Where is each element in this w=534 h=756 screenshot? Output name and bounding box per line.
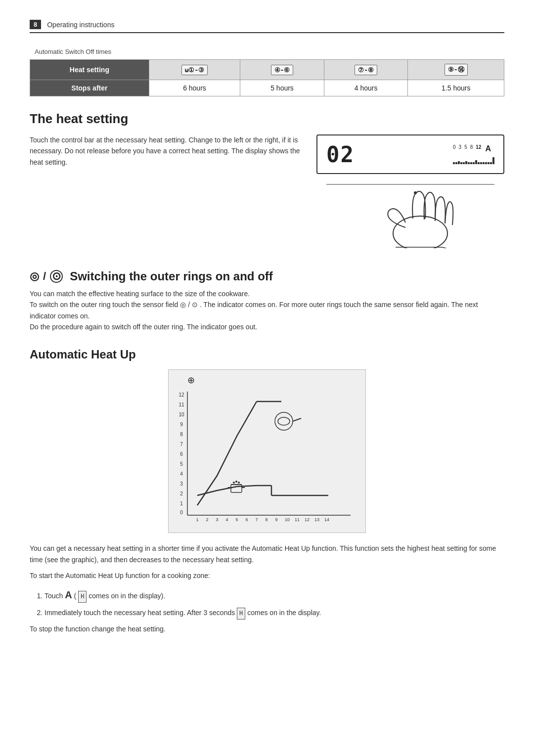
col1-header: Heat setting xyxy=(30,60,149,80)
display-digits: 02 xyxy=(326,142,355,167)
auto-heat-list-item-2: Immediately touch the necessary heat set… xyxy=(44,607,504,620)
svg-text:5: 5 xyxy=(235,517,238,522)
col4-value: 4 hours xyxy=(324,80,408,96)
h-box-2: H xyxy=(237,608,245,620)
col5-value: 1.5 hours xyxy=(408,80,504,96)
display-box: 02 035812 A xyxy=(316,134,504,174)
col4-header: ⑦-⑧ xyxy=(324,60,408,80)
svg-point-43 xyxy=(238,482,240,484)
chart-wrapper: ⊕ 12 11 10 9 8 7 6 5 4 3 2 1 0 xyxy=(30,369,504,533)
ring-body-3: Do the procedure again to switch off the… xyxy=(30,321,504,332)
svg-text:6: 6 xyxy=(245,517,248,522)
svg-text:8: 8 xyxy=(265,517,267,522)
svg-line-36 xyxy=(293,418,301,421)
ring-icon-left: ◎ xyxy=(30,270,39,283)
auto-heat-section: Automatic Heat Up ⊕ 12 11 10 9 8 7 6 5 4… xyxy=(30,348,504,635)
h-box-1: H xyxy=(78,591,87,603)
svg-text:9: 9 xyxy=(180,422,183,427)
svg-text:5: 5 xyxy=(180,461,183,467)
svg-text:4: 4 xyxy=(180,471,183,477)
col2-header: ω①-③ xyxy=(149,60,240,80)
svg-point-42 xyxy=(235,481,237,483)
heat-setting-title: The heat setting xyxy=(30,111,504,127)
svg-point-1 xyxy=(393,216,447,248)
auto-heat-title: Automatic Heat Up xyxy=(30,348,504,361)
col5-header: ⑨-⑭ xyxy=(408,60,504,80)
svg-rect-37 xyxy=(231,485,242,492)
page-number: 8 xyxy=(30,20,41,29)
svg-text:12: 12 xyxy=(305,517,310,522)
auto-heat-list-intro: To start the Automatic Heat Up function … xyxy=(30,570,504,582)
svg-text:9: 9 xyxy=(275,517,277,522)
touch-a-label: A xyxy=(65,589,72,600)
row-label: Stops after xyxy=(30,80,149,96)
svg-point-35 xyxy=(278,417,290,425)
heat-table: Heat setting ω①-③ ④-⑥ ⑦-⑧ ⑨-⑭ Stops afte… xyxy=(30,59,504,96)
svg-text:3: 3 xyxy=(180,481,183,487)
svg-text:4: 4 xyxy=(225,517,228,522)
page-header-title: Operating instructions xyxy=(47,21,114,29)
svg-text:2: 2 xyxy=(206,517,208,522)
ring-slash: / xyxy=(43,270,46,283)
scale-bar xyxy=(453,155,494,164)
svg-text:14: 14 xyxy=(324,517,329,522)
svg-point-41 xyxy=(233,482,235,484)
ring-body-2: To switch on the outer ring touch the se… xyxy=(30,299,504,321)
scale-numbers: 035812 A xyxy=(453,144,491,153)
svg-text:10: 10 xyxy=(285,517,290,522)
svg-text:2: 2 xyxy=(180,491,183,496)
auto-switch-label: Automatic Switch Off times xyxy=(35,48,504,55)
ring-icon-right: ⊙ xyxy=(50,270,63,283)
auto-heat-list-item-1: Touch A ( H comes on in the display). xyxy=(44,586,504,604)
col3-header: ④-⑥ xyxy=(240,60,324,80)
svg-text:12: 12 xyxy=(178,392,184,398)
ring-title: ◎ / ⊙ Switching the outer rings on and o… xyxy=(30,269,504,283)
svg-text:7: 7 xyxy=(255,517,258,522)
svg-text:1: 1 xyxy=(196,517,198,522)
scale-area: 035812 A xyxy=(451,144,494,164)
hand-svg xyxy=(316,179,504,248)
ring-title-text: Switching the outer rings on and off xyxy=(70,269,273,283)
svg-text:10: 10 xyxy=(178,412,184,417)
svg-text:8: 8 xyxy=(180,432,183,437)
heat-setting-body: Touch the control bar at the necessary h… xyxy=(30,134,302,168)
ring-body-1: You can match the effective heating surf… xyxy=(30,288,504,299)
auto-heat-body: You can get a necessary heat setting in … xyxy=(30,543,504,635)
auto-heat-body-text: You can get a necessary heat setting in … xyxy=(30,543,504,567)
page: 8 Operating instructions Automatic Switc… xyxy=(0,0,534,756)
svg-text:11: 11 xyxy=(295,517,300,522)
svg-rect-0 xyxy=(326,184,494,185)
heat-setting-diagram: 02 035812 A xyxy=(316,134,504,250)
svg-point-4 xyxy=(414,191,417,194)
col2-value: 6 hours xyxy=(149,80,240,96)
auto-heat-footer: To stop the function change the heat set… xyxy=(30,623,504,635)
svg-line-3 xyxy=(443,247,470,248)
heat-setting-section: Touch the control bar at the necessary h… xyxy=(30,134,504,250)
svg-text:11: 11 xyxy=(178,402,184,407)
chart-svg: 12 11 10 9 8 7 6 5 4 3 2 1 0 xyxy=(173,388,356,526)
svg-text:13: 13 xyxy=(314,517,319,522)
svg-text:0: 0 xyxy=(180,510,183,515)
heat-setting-text: Touch the control bar at the necessary h… xyxy=(30,134,302,168)
page-header: 8 Operating instructions xyxy=(30,20,504,33)
ring-section: ◎ / ⊙ Switching the outer rings on and o… xyxy=(30,269,504,333)
col3-value: 5 hours xyxy=(240,80,324,96)
ring-text: You can match the effective heating surf… xyxy=(30,288,504,333)
auto-heat-list: Touch A ( H comes on in the display). Im… xyxy=(44,586,504,620)
svg-text:7: 7 xyxy=(180,442,183,447)
hand-diagram xyxy=(316,179,504,250)
chart-icon: ⊕ xyxy=(187,375,357,386)
svg-text:6: 6 xyxy=(180,451,183,457)
chart-container: ⊕ 12 11 10 9 8 7 6 5 4 3 2 1 0 xyxy=(168,369,366,533)
svg-text:3: 3 xyxy=(216,517,218,522)
svg-text:1: 1 xyxy=(180,501,183,506)
